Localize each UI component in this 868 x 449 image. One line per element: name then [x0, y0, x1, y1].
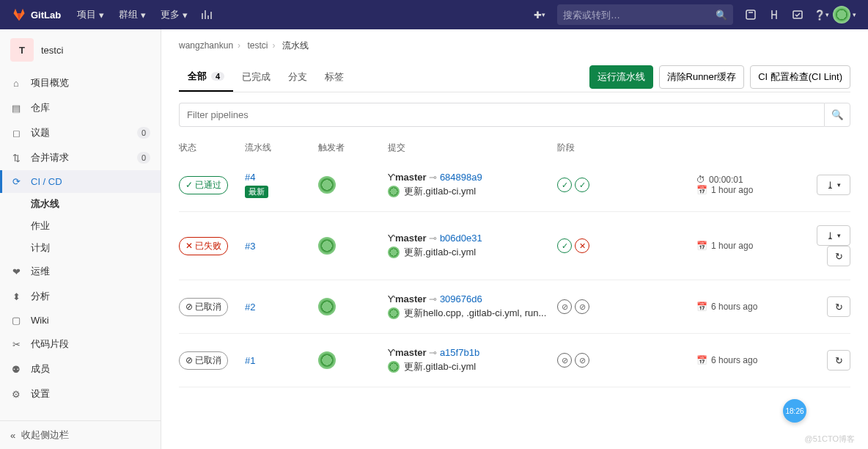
- count-badge: 0: [137, 152, 150, 164]
- branch-link[interactable]: master: [395, 233, 427, 244]
- help-icon[interactable]: ❔▾: [809, 0, 833, 29]
- activity-icon[interactable]: [195, 0, 218, 29]
- svg-rect-0: [746, 10, 755, 19]
- commit-hash-link[interactable]: 684898a9: [440, 172, 482, 183]
- author-avatar-icon: [388, 186, 400, 197]
- sidebar-sub-item[interactable]: 作业: [0, 215, 161, 237]
- tab-branches[interactable]: 分支: [279, 63, 316, 91]
- nav-more[interactable]: 更多▾: [153, 0, 195, 29]
- clear-cache-button[interactable]: 清除Runner缓存: [659, 65, 745, 89]
- sidebar-item-ops[interactable]: ❤运维: [0, 259, 161, 284]
- status-badge[interactable]: ✕ 已失败: [179, 237, 228, 255]
- commit-message: 更新.gitlab-ci.yml: [404, 246, 476, 259]
- pipeline-id-link[interactable]: #4: [245, 172, 255, 183]
- sidebar-item-label: 议题: [31, 126, 50, 139]
- project-header[interactable]: T testci: [0, 29, 161, 70]
- table-header: 状态 流水线 触发者 提交 阶段: [179, 137, 850, 158]
- analytics-icon: ⬍: [10, 291, 22, 302]
- ops-icon: ❤: [10, 266, 22, 277]
- triggerer-avatar[interactable]: [318, 237, 336, 255]
- user-menu[interactable]: ▾: [833, 0, 856, 29]
- cicd-icon: ⟳: [10, 176, 22, 187]
- status-badge[interactable]: ⊘ 已取消: [179, 298, 228, 316]
- triggerer-avatar[interactable]: [318, 298, 336, 315]
- sidebar-item-members[interactable]: ⚉成员: [0, 357, 161, 382]
- branch-link[interactable]: master: [395, 293, 427, 304]
- global-search[interactable]: 🔍: [557, 4, 733, 25]
- stage-fail-icon[interactable]: ✕: [575, 238, 589, 253]
- pipeline-id-link[interactable]: #3: [245, 241, 255, 252]
- chevrons-left-icon: «: [10, 430, 15, 441]
- stage-pass-icon[interactable]: ✓: [557, 178, 572, 192]
- sidebar-item-wiki[interactable]: ▢Wiki: [0, 309, 161, 332]
- stage-pass-icon[interactable]: ✓: [575, 178, 589, 192]
- wiki-icon: ▢: [10, 315, 22, 326]
- sidebar-item-snippets[interactable]: ✂代码片段: [0, 332, 161, 357]
- calendar-icon: 📅: [696, 302, 707, 312]
- commit-hash-link[interactable]: 309676d6: [440, 293, 482, 304]
- tab-tags[interactable]: 标签: [316, 63, 353, 91]
- sidebar-item-label: 项目概览: [31, 76, 69, 90]
- commit-message: 更新.gitlab-ci.yml: [404, 360, 476, 373]
- sidebar-item-settings[interactable]: ⚙设置: [0, 382, 161, 406]
- sidebar-item-repo[interactable]: ▤仓库: [0, 95, 161, 120]
- plus-icon[interactable]: ✚ ▾: [528, 0, 551, 29]
- download-button[interactable]: ⤓▾: [817, 225, 850, 246]
- commit-hash-link[interactable]: b06d0e31: [440, 233, 482, 244]
- retry-button[interactable]: ↻: [827, 246, 850, 266]
- stage-cancel-icon[interactable]: ⊘: [575, 353, 589, 368]
- issues-icon: ◻: [10, 128, 22, 139]
- brand[interactable]: GitLab: [12, 7, 61, 22]
- triggerer-avatar[interactable]: [318, 351, 336, 369]
- todos-icon[interactable]: [786, 0, 809, 29]
- sidebar-item-label: 运维: [31, 265, 50, 278]
- mr-shortcut-icon[interactable]: [762, 0, 786, 29]
- author-avatar-icon: [388, 361, 400, 373]
- nav-projects[interactable]: 项目▾: [70, 0, 111, 29]
- status-badge[interactable]: ✓ 已通过: [179, 176, 228, 194]
- mr-icon: ⇅: [10, 153, 22, 164]
- search-icon: 🔍: [831, 109, 844, 120]
- filter-input[interactable]: [179, 103, 824, 127]
- crumb-owner[interactable]: wangzhankun: [179, 40, 233, 51]
- floating-time-badge[interactable]: 18:26: [783, 399, 806, 423]
- sidebar-sub-item[interactable]: 计划: [0, 237, 161, 259]
- pipeline-id-link[interactable]: #2: [245, 302, 255, 313]
- branch-link[interactable]: master: [395, 347, 427, 358]
- pipeline-id-link[interactable]: #1: [245, 355, 255, 366]
- issues-shortcut-icon[interactable]: [739, 0, 762, 29]
- retry-button[interactable]: ↻: [827, 350, 850, 370]
- status-badge[interactable]: ⊘ 已取消: [179, 351, 228, 370]
- branch-link[interactable]: master: [395, 172, 427, 183]
- commit-message: 更新hello.cpp, .gitlab-ci.yml, run...: [404, 307, 546, 320]
- stage-cancel-icon[interactable]: ⊘: [575, 299, 589, 314]
- crumb-current: 流水线: [282, 40, 309, 51]
- commit-hash-link[interactable]: a15f7b1b: [440, 347, 479, 358]
- search-input[interactable]: [563, 10, 716, 21]
- collapse-label: 收起侧边栏: [21, 428, 69, 442]
- run-pipeline-button[interactable]: 运行流水线: [589, 65, 653, 89]
- sidebar-item-issues[interactable]: ◻议题0: [0, 120, 161, 145]
- col-commit: 提交: [388, 142, 557, 154]
- sidebar-sub-item[interactable]: 流水线: [0, 193, 161, 215]
- sidebar-item-cicd[interactable]: ⟳CI / CD: [0, 170, 161, 193]
- retry-button[interactable]: ↻: [827, 296, 850, 317]
- ci-lint-button[interactable]: CI 配置检查(CI Lint): [750, 65, 850, 89]
- branch-icon: Ƴ: [388, 172, 395, 183]
- sidebar-item-home[interactable]: ⌂项目概览: [0, 70, 161, 95]
- filter-search-button[interactable]: 🔍: [824, 103, 850, 127]
- pipeline-tabs: 全部4 已完成 分支 标签 运行流水线 清除Runner缓存 CI 配置检查(C…: [179, 62, 850, 92]
- tab-all[interactable]: 全部4: [179, 62, 233, 92]
- branch-icon: Ƴ: [388, 347, 395, 358]
- collapse-sidebar[interactable]: « 收起侧边栏: [0, 420, 161, 449]
- sidebar-item-mr[interactable]: ⇅合并请求0: [0, 145, 161, 170]
- crumb-project[interactable]: testci: [247, 40, 268, 51]
- stage-pass-icon[interactable]: ✓: [557, 238, 572, 253]
- tab-finished[interactable]: 已完成: [233, 63, 279, 91]
- sidebar-item-analytics[interactable]: ⬍分析: [0, 284, 161, 309]
- download-button[interactable]: ⤓▾: [817, 175, 850, 195]
- stage-cancel-icon[interactable]: ⊘: [557, 299, 572, 314]
- nav-groups[interactable]: 群组▾: [111, 0, 153, 29]
- triggerer-avatar[interactable]: [318, 176, 336, 194]
- stage-cancel-icon[interactable]: ⊘: [557, 353, 572, 368]
